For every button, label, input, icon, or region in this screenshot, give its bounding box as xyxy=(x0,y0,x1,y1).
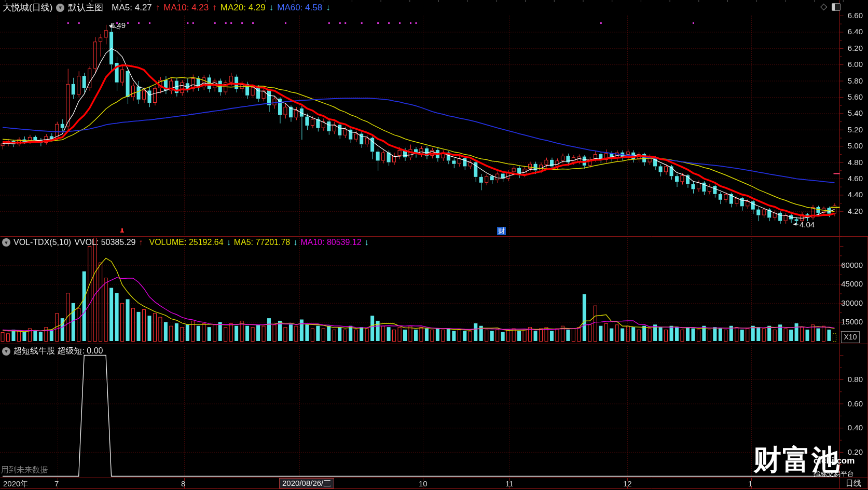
ma60-value: MA60: 4.58 xyxy=(277,3,322,13)
main-chart-header: 大悦城(日线) ▾ 默认主图 MA5: 4.27 ↑ MA10: 4.23 ↑ … xyxy=(3,2,330,13)
price-tick-label: 4.20 xyxy=(848,207,863,215)
price-tick-label: 4.60 xyxy=(848,174,863,183)
price-tick-label: 5.40 xyxy=(848,108,863,117)
chevron-down-icon[interactable]: ▾ xyxy=(2,238,10,247)
volume-tick-label: 15000 xyxy=(841,317,863,326)
period-label[interactable]: 日线 xyxy=(846,479,861,488)
signal-indicator-title: 超短线牛股 超级短: 0.00 xyxy=(13,346,103,357)
timeline-month-label: 10 xyxy=(419,479,428,488)
price-tick-label: 5.00 xyxy=(848,141,863,150)
high-price-label: 6.49 xyxy=(111,21,126,30)
timeline-month-label: 1 xyxy=(748,479,752,488)
timeline-month-label: 7 xyxy=(54,479,59,488)
vol-ma10-down-arrow-icon: ↓ xyxy=(365,238,369,247)
price-tick-label: 6.40 xyxy=(848,27,863,36)
chart-application-window: 大悦城(日线) ▾ 默认主图 MA5: 4.27 ↑ MA10: 4.23 ↑ … xyxy=(0,0,868,490)
signal-pane-header: ▾ 超短线牛股 超级短: 0.00 xyxy=(2,346,103,357)
vol-ma5-down-arrow-icon: ↓ xyxy=(293,238,297,247)
diamond-icon[interactable]: ◇ xyxy=(820,1,827,12)
ma20-down-arrow-icon: ↓ xyxy=(269,3,274,13)
preset-selector[interactable]: 默认主图 xyxy=(68,2,103,13)
ma10-value: MA10: 4.23 xyxy=(163,3,209,13)
timeline-month-label: 12 xyxy=(623,479,632,488)
signal-tick-label: 0.60 xyxy=(848,399,863,408)
volume-unit-label: X10 xyxy=(841,331,860,343)
ma20-value: MA20: 4.29 xyxy=(221,3,266,13)
future-data-note: 用到未来数据 xyxy=(1,465,48,475)
ma60-down-arrow-icon: ↓ xyxy=(326,3,330,13)
vol-ma10-value: MA10: 80539.12 xyxy=(300,238,361,247)
vvol-up-arrow-icon: ↑ xyxy=(139,238,143,247)
volume-pane-header: ▾ VOL-TDX(5,10) VVOL: 50385.29 ↑ VOLUME:… xyxy=(2,238,369,247)
low-price-label: 4.04 xyxy=(800,220,815,229)
volume-tick-label: 45000 xyxy=(841,279,863,288)
price-tick-label: 4.40 xyxy=(848,190,863,199)
symbol-title: 大悦城(日线) xyxy=(3,2,52,13)
cfchi-badge-icon: 财 xyxy=(497,227,506,235)
price-tick-label: 6.60 xyxy=(848,11,863,20)
price-tick-label: 5.20 xyxy=(848,125,863,134)
timeline-date-box: 2020/08/26/三 xyxy=(279,478,334,488)
timeline-year-label: 2020年 xyxy=(3,479,28,489)
ma5-up-arrow-icon: ↑ xyxy=(156,3,160,13)
volume-tick-label: 30000 xyxy=(841,298,863,307)
vvol-value: VVOL: 50385.29 xyxy=(74,238,135,247)
split-pane-icon[interactable] xyxy=(832,3,841,11)
vol-ma5-value: MA5: 77201.78 xyxy=(234,238,291,247)
ma5-value: MA5: 4.27 xyxy=(112,3,152,13)
price-tick-label: 5.80 xyxy=(848,76,863,85)
signal-tick-label: 0.20 xyxy=(848,447,863,456)
chevron-down-icon[interactable]: ▾ xyxy=(56,4,64,12)
signal-tick-label: 0.40 xyxy=(848,423,863,432)
chevron-down-icon[interactable]: ▾ xyxy=(2,347,10,356)
ma10-up-arrow-icon: ↑ xyxy=(212,3,217,13)
price-tick-label: 6.00 xyxy=(848,60,863,69)
volume-tick-label: 60000 xyxy=(841,261,863,269)
volume-down-arrow-icon: ↓ xyxy=(227,238,231,247)
timeline-month-label: 11 xyxy=(505,479,514,488)
price-tick-label: 4.80 xyxy=(848,158,863,167)
brand-tagline: 指标交易平台 xyxy=(814,469,854,479)
vol-indicator-name: VOL-TDX(5,10) xyxy=(13,238,71,247)
price-tick-label: 5.60 xyxy=(848,92,863,101)
brand-domain: cfchi.com xyxy=(814,456,855,466)
timeline-month-label: 8 xyxy=(181,479,185,488)
signal-tick-label: 0.80 xyxy=(848,375,863,384)
price-tick-label: 6.20 xyxy=(848,44,863,52)
volume-value: VOLUME: 25192.64 xyxy=(149,238,223,247)
